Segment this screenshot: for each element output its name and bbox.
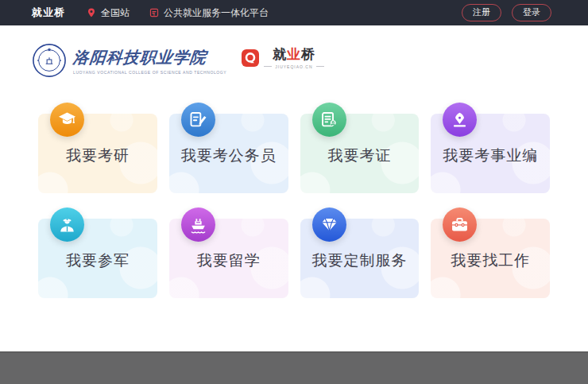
topbar-brand[interactable]: 就业桥 [32,6,65,20]
platform-label: 公共就业服务一体化平台 [164,6,269,20]
login-button[interactable]: 登录 [512,4,551,21]
register-button[interactable]: 注册 [462,4,501,21]
graduation-cap-icon [50,103,84,137]
diamond-icon [312,208,346,242]
college-logo: 洛阳科技职业学院 LUOYANG VOCATIONAL COLLEGE OF S… [32,43,226,78]
card-label: 我要留学 [169,250,288,271]
site-label: 全国站 [101,6,130,20]
platform-group: 公共就业服务一体化平台 [149,6,269,20]
service-card-kaozheng[interactable]: 我要考证 [300,114,420,193]
header: 洛阳科技职业学院 LUOYANG VOCATIONAL COLLEGE OF S… [0,25,588,81]
service-card-liuxue[interactable]: 我要留学 [169,219,288,298]
page: 就业桥 全国站 公共就业服务一体化平台 注册 登录 [0,0,588,384]
location-pin-icon [86,7,97,18]
service-card-dingzhi[interactable]: 我要定制服务 [300,219,420,298]
brand-name: 就业桥 [273,48,315,63]
service-card-kaoyan[interactable]: 我要考研 [38,114,157,193]
jiuyeqiao-logo: 就业桥 JIUYEQIAO.CN [241,48,323,69]
card-label: 我要参军 [38,250,157,271]
ship-icon [181,208,215,242]
site-selector[interactable]: 全国站 [86,6,130,20]
card-label: 我要考公务员 [169,145,288,166]
brand-subtitle: JIUYEQIAO.CN [264,64,323,69]
college-name-en: LUOYANG VOCATIONAL COLLEGE OF SCIENCE AN… [73,70,226,75]
card-label: 我要考证 [300,145,420,166]
certificate-icon [312,103,346,137]
document-pen-icon [181,103,215,137]
card-label: 我要考研 [38,145,157,166]
service-card-canjun[interactable]: 我要参军 [38,219,157,298]
pen-nib-icon [443,103,477,137]
university-seal-icon [32,43,67,78]
topbar: 就业桥 全国站 公共就业服务一体化平台 注册 登录 [0,0,588,25]
service-card-shiyebian[interactable]: 我要考事业编 [431,114,550,193]
card-label: 我要定制服务 [300,250,420,271]
card-label: 我要考事业编 [431,145,550,166]
college-text: 洛阳科技职业学院 LUOYANG VOCATIONAL COLLEGE OF S… [73,47,226,75]
soldier-icon [50,208,84,242]
briefcase-icon [443,208,477,242]
footer [0,351,588,384]
card-label: 我要找工作 [431,250,550,271]
service-card-grid: 我要考研 我要考公务员 我要考证 我要考事业编 我要参军 我要留学 我要定制服务… [38,114,550,298]
jiuyeqiao-logo-icon [241,48,260,68]
jiuyeqiao-logo-text: 就业桥 JIUYEQIAO.CN [264,48,323,69]
service-card-zhaogongzuo[interactable]: 我要找工作 [431,219,550,298]
platform-icon [149,7,160,18]
college-name: 洛阳科技职业学院 [72,47,228,68]
service-card-gongwuyuan[interactable]: 我要考公务员 [169,114,288,193]
